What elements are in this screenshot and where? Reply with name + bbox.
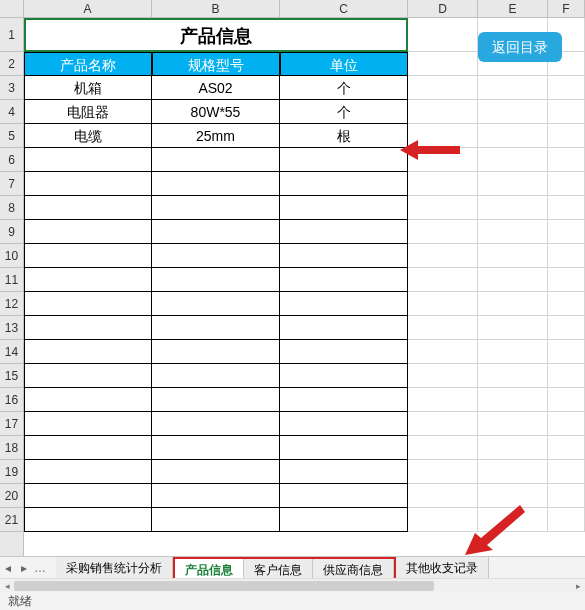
col-header-D[interactable]: D bbox=[408, 0, 478, 17]
data-cell[interactable]: 电阻器 bbox=[24, 100, 152, 124]
data-cell[interactable]: 根 bbox=[280, 124, 408, 148]
data-cell[interactable] bbox=[152, 268, 280, 292]
empty-cell[interactable] bbox=[548, 100, 585, 124]
data-cell[interactable] bbox=[152, 508, 280, 532]
empty-cell[interactable] bbox=[408, 172, 478, 196]
row-header[interactable]: 5 bbox=[0, 124, 23, 148]
data-cell[interactable] bbox=[280, 244, 408, 268]
row-header[interactable]: 1 bbox=[0, 18, 23, 52]
row-header[interactable]: 13 bbox=[0, 316, 23, 340]
empty-cell[interactable] bbox=[478, 196, 548, 220]
scroll-thumb[interactable] bbox=[14, 581, 434, 591]
empty-cell[interactable] bbox=[548, 484, 585, 508]
col-header-A[interactable]: A bbox=[24, 0, 152, 17]
empty-cell[interactable] bbox=[478, 388, 548, 412]
empty-cell[interactable] bbox=[478, 124, 548, 148]
empty-cell[interactable] bbox=[548, 220, 585, 244]
scroll-left-icon[interactable]: ◂ bbox=[0, 579, 14, 593]
tab-nav-more[interactable]: … bbox=[32, 561, 48, 575]
data-cell[interactable] bbox=[280, 460, 408, 484]
data-cell[interactable]: 80W*55 bbox=[152, 100, 280, 124]
row-header[interactable]: 17 bbox=[0, 412, 23, 436]
row-header[interactable]: 7 bbox=[0, 172, 23, 196]
empty-cell[interactable] bbox=[408, 268, 478, 292]
empty-cell[interactable] bbox=[478, 76, 548, 100]
empty-cell[interactable] bbox=[408, 340, 478, 364]
row-header[interactable]: 18 bbox=[0, 436, 23, 460]
empty-cell[interactable] bbox=[408, 460, 478, 484]
data-cell[interactable]: 机箱 bbox=[24, 76, 152, 100]
row-header[interactable]: 20 bbox=[0, 484, 23, 508]
empty-cell[interactable] bbox=[478, 268, 548, 292]
data-cell[interactable] bbox=[280, 484, 408, 508]
empty-cell[interactable] bbox=[548, 436, 585, 460]
data-cell[interactable] bbox=[280, 148, 408, 172]
empty-cell[interactable] bbox=[478, 292, 548, 316]
empty-cell[interactable] bbox=[408, 316, 478, 340]
empty-cell[interactable] bbox=[478, 100, 548, 124]
data-cell[interactable] bbox=[280, 316, 408, 340]
data-cell[interactable] bbox=[152, 316, 280, 340]
empty-cell[interactable] bbox=[548, 340, 585, 364]
data-cell[interactable] bbox=[280, 292, 408, 316]
empty-cell[interactable] bbox=[408, 220, 478, 244]
data-cell[interactable] bbox=[280, 412, 408, 436]
data-cell[interactable]: 个 bbox=[280, 76, 408, 100]
row-header[interactable]: 4 bbox=[0, 100, 23, 124]
data-cell[interactable] bbox=[152, 484, 280, 508]
empty-cell[interactable] bbox=[548, 124, 585, 148]
data-cell[interactable] bbox=[152, 196, 280, 220]
row-header[interactable]: 11 bbox=[0, 268, 23, 292]
empty-cell[interactable] bbox=[478, 436, 548, 460]
data-cell[interactable] bbox=[24, 388, 152, 412]
row-header[interactable]: 10 bbox=[0, 244, 23, 268]
data-cell[interactable] bbox=[152, 172, 280, 196]
data-cell[interactable] bbox=[24, 196, 152, 220]
empty-cell[interactable] bbox=[548, 268, 585, 292]
data-cell[interactable]: AS02 bbox=[152, 76, 280, 100]
data-cell[interactable]: 个 bbox=[280, 100, 408, 124]
empty-cell[interactable] bbox=[408, 76, 478, 100]
row-header[interactable]: 21 bbox=[0, 508, 23, 532]
col-header-F[interactable]: F bbox=[548, 0, 585, 17]
sheet-tab[interactable]: 采购销售统计分析 bbox=[56, 557, 173, 579]
empty-cell[interactable] bbox=[408, 100, 478, 124]
data-cell[interactable] bbox=[24, 436, 152, 460]
empty-cell[interactable] bbox=[548, 196, 585, 220]
data-cell[interactable] bbox=[280, 364, 408, 388]
data-cell[interactable] bbox=[152, 388, 280, 412]
empty-cell[interactable] bbox=[478, 340, 548, 364]
table-header-unit[interactable]: 单位 bbox=[280, 52, 408, 76]
data-cell[interactable] bbox=[24, 268, 152, 292]
empty-cell[interactable] bbox=[548, 172, 585, 196]
empty-cell[interactable] bbox=[548, 364, 585, 388]
scroll-right-icon[interactable]: ▸ bbox=[571, 579, 585, 593]
cells-area[interactable]: 产品信息 产品名称 规格型号 单位 机箱AS02个电阻器80W*55个电缆25m… bbox=[24, 18, 585, 558]
data-cell[interactable] bbox=[280, 220, 408, 244]
data-cell[interactable] bbox=[24, 244, 152, 268]
row-header[interactable]: 9 bbox=[0, 220, 23, 244]
data-cell[interactable] bbox=[280, 508, 408, 532]
data-cell[interactable] bbox=[24, 220, 152, 244]
row-header[interactable]: 16 bbox=[0, 388, 23, 412]
empty-cell[interactable] bbox=[408, 364, 478, 388]
data-cell[interactable] bbox=[152, 436, 280, 460]
data-cell[interactable] bbox=[280, 388, 408, 412]
empty-cell[interactable] bbox=[408, 436, 478, 460]
tab-nav-next[interactable]: ▸ bbox=[16, 561, 32, 575]
empty-cell[interactable] bbox=[548, 412, 585, 436]
data-cell[interactable] bbox=[280, 268, 408, 292]
data-cell[interactable] bbox=[24, 148, 152, 172]
data-cell[interactable] bbox=[24, 412, 152, 436]
col-header-C[interactable]: C bbox=[280, 0, 408, 17]
row-header[interactable]: 3 bbox=[0, 76, 23, 100]
horizontal-scrollbar[interactable]: ◂ ▸ bbox=[0, 578, 585, 592]
data-cell[interactable] bbox=[24, 292, 152, 316]
data-cell[interactable] bbox=[280, 172, 408, 196]
empty-cell[interactable] bbox=[408, 292, 478, 316]
row-header[interactable]: 19 bbox=[0, 460, 23, 484]
data-cell[interactable] bbox=[24, 316, 152, 340]
data-cell[interactable] bbox=[24, 484, 152, 508]
row-header[interactable]: 15 bbox=[0, 364, 23, 388]
table-header-spec[interactable]: 规格型号 bbox=[152, 52, 280, 76]
